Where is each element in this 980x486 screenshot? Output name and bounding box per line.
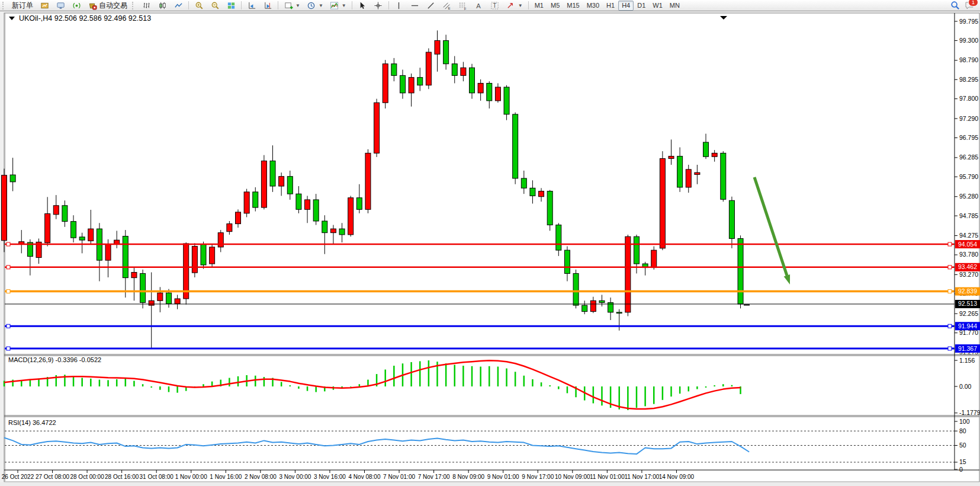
toolbar-separator	[241, 1, 242, 9]
svg-text:80: 80	[959, 427, 966, 434]
svg-text:95.280: 95.280	[959, 193, 978, 200]
new-order-button[interactable]: 新订单	[9, 0, 36, 11]
svg-text:UKOil-,H4 92.506 92.586 92.49: UKOil-,H4 92.506 92.586 92.496 92.513	[19, 14, 151, 23]
horizontal-line-button[interactable]	[407, 0, 423, 11]
timeframe-mn-button[interactable]: MN	[666, 1, 683, 11]
cursor-button[interactable]	[355, 0, 370, 11]
chart-title: UKOil-,H4 92.506 92.586 92.496 92.513	[9, 14, 151, 23]
text-button[interactable]: A	[471, 0, 487, 11]
signal-button[interactable]	[69, 0, 84, 11]
notification-badge: 1	[968, 0, 978, 7]
indicators-button[interactable]: ▼	[327, 0, 349, 11]
zoom-in-button[interactable]	[191, 0, 207, 11]
chart-shift-icon	[247, 1, 256, 10]
crosshair-icon	[374, 1, 383, 10]
chat-button[interactable]: 1	[965, 1, 974, 10]
svg-text:1 Nov 00:00: 1 Nov 00:00	[175, 474, 207, 480]
svg-text:91.367: 91.367	[958, 345, 977, 352]
svg-text:93.270: 93.270	[959, 271, 978, 278]
svg-text:93.462: 93.462	[958, 263, 977, 270]
svg-text:50: 50	[959, 442, 966, 449]
timeframe-m30-button[interactable]: M30	[583, 1, 603, 11]
timeframe-m5-button[interactable]: M5	[547, 1, 563, 11]
toolbar-grip	[2, 2, 6, 9]
trading-terminal-window: { "toolbar": { "new_order_label": "新订单",…	[0, 0, 980, 486]
svg-text:0.00: 0.00	[959, 383, 972, 390]
svg-text:E: E	[448, 6, 451, 10]
new-chart-button[interactable]: ▼	[281, 0, 303, 11]
svg-text:95.790: 95.790	[959, 173, 978, 180]
search-icon[interactable]	[950, 1, 960, 10]
equidistant-channel-button[interactable]: E	[439, 0, 455, 11]
fibonacci-button[interactable]: F	[455, 0, 471, 11]
svg-text:94.275: 94.275	[959, 232, 978, 239]
bar-chart-button[interactable]	[139, 0, 154, 11]
bar-chart-icon	[142, 1, 151, 10]
toolbar-separator	[278, 1, 278, 9]
timeframe-h1-button[interactable]: H1	[603, 1, 618, 11]
svg-text:3 Nov 16:00: 3 Nov 16:00	[314, 474, 346, 480]
toolbar-right-group: 1	[950, 1, 979, 10]
zoom-in-icon	[194, 1, 204, 10]
crosshair-button[interactable]	[371, 0, 386, 11]
svg-text:9 Nov 17:00: 9 Nov 17:00	[522, 474, 554, 480]
svg-text:94.054: 94.054	[958, 241, 977, 248]
svg-text:7 Nov 17:00: 7 Nov 17:00	[418, 474, 450, 480]
timeframe-m1-button[interactable]: M1	[531, 1, 547, 11]
trendline-button[interactable]	[423, 0, 439, 11]
svg-text:98.790: 98.790	[959, 56, 978, 63]
new-order-label: 新订单	[12, 1, 33, 11]
fibonacci-icon: F	[458, 1, 468, 10]
tile-windows-button[interactable]	[223, 0, 239, 11]
chart-area[interactable]: 99.79599.30098.79098.29597.80097.29096.7…	[0, 11, 980, 486]
chart-popup-button[interactable]	[37, 0, 52, 11]
timeframe-group: M1M5M15M30H1H4D1W1MN	[531, 1, 683, 11]
auto-trading-label: 自动交易	[99, 1, 127, 11]
svg-text:10 Nov 09:00: 10 Nov 09:00	[555, 474, 590, 480]
svg-text:97.290: 97.290	[959, 115, 978, 122]
line-chart-button[interactable]	[171, 0, 186, 11]
periods-button[interactable]: ▼	[304, 0, 326, 11]
terminal-icon	[56, 1, 65, 10]
chevron-down-icon: ▼	[342, 3, 346, 8]
candlestick-chart-button[interactable]	[155, 0, 170, 11]
arrows-button[interactable]: ▼	[503, 0, 526, 11]
svg-text:27 Oct 08:00: 27 Oct 08:00	[36, 474, 70, 480]
svg-text:3 Nov 00:00: 3 Nov 00:00	[279, 474, 311, 480]
indicators-icon	[330, 1, 339, 10]
auto-trading-button[interactable]: 自动交易	[85, 0, 130, 11]
svg-text:14 Nov 09:00: 14 Nov 09:00	[659, 474, 695, 480]
zoom-out-icon	[210, 1, 220, 10]
periods-icon	[307, 1, 316, 10]
timeframe-d1-button[interactable]: D1	[634, 1, 649, 11]
auto-scroll-icon	[263, 1, 272, 10]
svg-text:91.944: 91.944	[958, 322, 977, 330]
svg-text:A: A	[477, 2, 481, 9]
vertical-line-icon	[394, 1, 404, 10]
toolbar-separator	[528, 1, 529, 9]
timeframe-w1-button[interactable]: W1	[649, 1, 666, 11]
timeframe-h4-button[interactable]: H4	[618, 1, 634, 11]
svg-text:15: 15	[959, 458, 966, 465]
svg-text:0: 0	[959, 466, 963, 473]
chart-shift-button[interactable]	[244, 0, 259, 11]
text-label-button[interactable]: T	[487, 0, 503, 11]
auto-scroll-button[interactable]	[260, 0, 275, 11]
timeframe-m15-button[interactable]: M15	[563, 1, 583, 11]
svg-text:2 Nov 08:00: 2 Nov 08:00	[245, 474, 277, 480]
svg-text:28 Oct 16:00: 28 Oct 16:00	[105, 474, 139, 480]
toolbar-separator	[388, 1, 389, 9]
zoom-out-button[interactable]	[207, 0, 223, 11]
toolbar-grip	[132, 2, 136, 9]
toolbar-separator	[352, 1, 352, 9]
text-label-icon: T	[490, 1, 500, 10]
svg-text:T: T	[493, 2, 497, 9]
chart-popup-icon	[40, 1, 49, 10]
svg-text:8 Nov 09:00: 8 Nov 09:00	[452, 474, 484, 480]
signal-icon	[72, 1, 81, 10]
candlestick-chart-icon	[158, 1, 167, 10]
vertical-line-button[interactable]	[391, 0, 407, 11]
arrows-icon	[506, 1, 516, 10]
svg-text:92.265: 92.265	[959, 310, 978, 317]
terminal-button[interactable]	[53, 0, 68, 11]
